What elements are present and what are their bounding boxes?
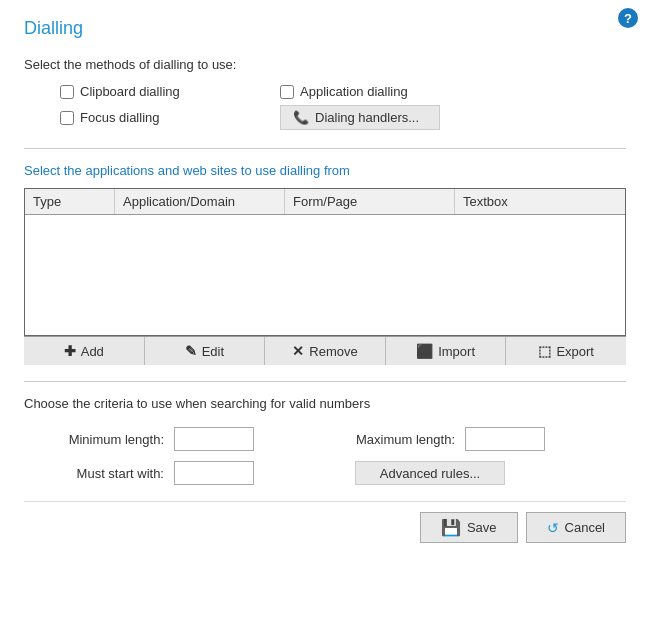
dialing-handlers-label: Dialing handlers... bbox=[315, 110, 419, 125]
must-start-input[interactable] bbox=[174, 461, 254, 485]
table-toolbar: ✚ Add ✎ Edit ✕ Remove ⬛ Import ⬚ Export bbox=[24, 336, 626, 365]
max-length-input[interactable] bbox=[465, 427, 545, 451]
add-label: Add bbox=[81, 344, 104, 359]
max-length-label: Maximum length: bbox=[355, 432, 455, 447]
import-button[interactable]: ⬛ Import bbox=[386, 337, 507, 365]
table-body bbox=[25, 215, 625, 335]
remove-label: Remove bbox=[309, 344, 357, 359]
col-textbox: Textbox bbox=[455, 189, 625, 214]
edit-button[interactable]: ✎ Edit bbox=[145, 337, 266, 365]
import-label: Import bbox=[438, 344, 475, 359]
application-dialling-label: Application dialling bbox=[300, 84, 408, 99]
divider2 bbox=[24, 381, 626, 382]
application-dialling-option[interactable]: Application dialling bbox=[280, 84, 500, 99]
remove-button[interactable]: ✕ Remove bbox=[265, 337, 386, 365]
focus-dialling-checkbox[interactable] bbox=[60, 111, 74, 125]
col-type: Type bbox=[25, 189, 115, 214]
application-dialling-checkbox[interactable] bbox=[280, 85, 294, 99]
min-length-row: Minimum length: bbox=[64, 427, 335, 451]
save-icon: 💾 bbox=[441, 518, 461, 537]
cancel-label: Cancel bbox=[565, 520, 605, 535]
help-icon[interactable]: ? bbox=[618, 8, 638, 28]
focus-dialling-label: Focus dialling bbox=[80, 110, 160, 125]
table-header: Type Application/Domain Form/Page Textbo… bbox=[25, 189, 625, 215]
must-start-label: Must start with: bbox=[64, 466, 164, 481]
cancel-button[interactable]: ↺ Cancel bbox=[526, 512, 626, 543]
clipboard-dialling-checkbox[interactable] bbox=[60, 85, 74, 99]
export-label: Export bbox=[556, 344, 594, 359]
save-label: Save bbox=[467, 520, 497, 535]
clipboard-dialling-label: Clipboard dialling bbox=[80, 84, 180, 99]
min-length-label: Minimum length: bbox=[64, 432, 164, 447]
advanced-row: Advanced rules... bbox=[355, 461, 626, 485]
col-form: Form/Page bbox=[285, 189, 455, 214]
divider1 bbox=[24, 148, 626, 149]
edit-label: Edit bbox=[202, 344, 224, 359]
phone-icon: 📞 bbox=[293, 110, 309, 125]
save-button[interactable]: 💾 Save bbox=[420, 512, 518, 543]
focus-dialling-option[interactable]: Focus dialling bbox=[60, 105, 280, 130]
section3-label: Choose the criteria to use when searchin… bbox=[24, 396, 626, 411]
advanced-rules-button[interactable]: Advanced rules... bbox=[355, 461, 505, 485]
must-start-row: Must start with: bbox=[64, 461, 335, 485]
dialing-handlers-button[interactable]: 📞 Dialing handlers... bbox=[280, 105, 440, 130]
section2-label: Select the applications and web sites to… bbox=[24, 163, 626, 178]
footer-buttons: 💾 Save ↺ Cancel bbox=[24, 501, 626, 543]
add-button[interactable]: ✚ Add bbox=[24, 337, 145, 365]
criteria-grid: Minimum length: Maximum length: Must sta… bbox=[24, 427, 626, 485]
page-title: Dialling bbox=[24, 18, 626, 39]
add-icon: ✚ bbox=[64, 343, 76, 359]
section1-label: Select the methods of dialling to use: bbox=[24, 57, 626, 72]
edit-icon: ✎ bbox=[185, 343, 197, 359]
clipboard-dialling-option[interactable]: Clipboard dialling bbox=[60, 84, 280, 99]
max-length-row: Maximum length: bbox=[355, 427, 626, 451]
col-domain: Application/Domain bbox=[115, 189, 285, 214]
import-icon: ⬛ bbox=[416, 343, 433, 359]
export-icon: ⬚ bbox=[538, 343, 551, 359]
remove-icon: ✕ bbox=[292, 343, 304, 359]
min-length-input[interactable] bbox=[174, 427, 254, 451]
applications-table: Type Application/Domain Form/Page Textbo… bbox=[24, 188, 626, 336]
cancel-icon: ↺ bbox=[547, 520, 559, 536]
export-button[interactable]: ⬚ Export bbox=[506, 337, 626, 365]
